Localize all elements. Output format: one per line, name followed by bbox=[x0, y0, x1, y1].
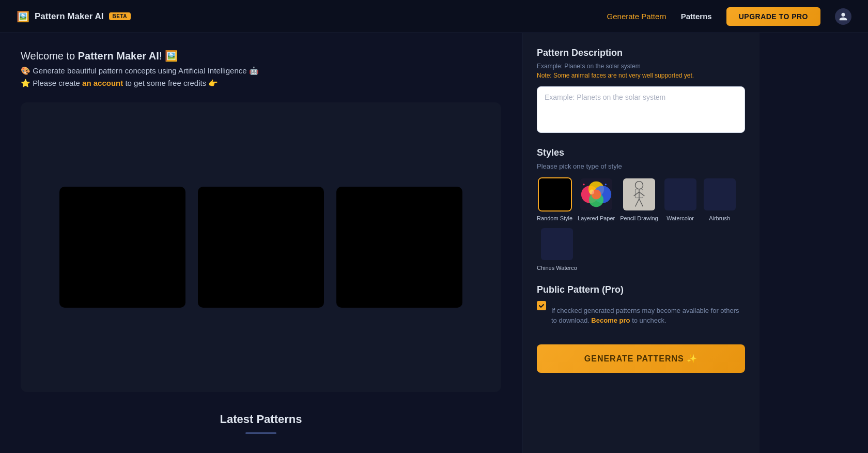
public-pattern-section: Public Pattern (Pro) If checked generate… bbox=[537, 284, 745, 326]
styles-subtitle: Please pick one type of style bbox=[537, 162, 745, 170]
account-suffix: to get some free credits 👉 bbox=[123, 79, 218, 87]
latest-section: Latest Patterns bbox=[21, 392, 501, 453]
account-prefix: ⭐ Please create bbox=[21, 79, 82, 87]
public-link-suffix: to uncheck. bbox=[632, 316, 667, 324]
pattern-preview-area bbox=[21, 102, 501, 392]
logo-title: Pattern Maker AI bbox=[35, 11, 104, 22]
patterns-link[interactable]: Patterns bbox=[681, 12, 712, 21]
welcome-prefix: Welcome to bbox=[21, 50, 78, 62]
style-thumb-pencil bbox=[622, 177, 656, 212]
style-label-chinese: Chines Waterco bbox=[537, 264, 577, 271]
welcome-title: Welcome to Pattern Maker AI! 🖼️ bbox=[21, 50, 501, 62]
chinese-watercolor-svg bbox=[541, 228, 573, 260]
checkmark-icon bbox=[538, 303, 545, 309]
style-item-pencil[interactable]: Pencil Drawing bbox=[620, 177, 658, 222]
svg-text:●: ● bbox=[583, 182, 585, 187]
style-item-chinese[interactable]: Chines Waterco bbox=[537, 227, 577, 271]
styles-title: Styles bbox=[537, 147, 745, 158]
styles-grid: Random Style ● bbox=[537, 177, 745, 272]
latest-divider bbox=[245, 432, 276, 434]
left-panel: Welcome to Pattern Maker AI! 🖼️ 🎨 Genera… bbox=[0, 33, 522, 453]
style-label-random: Random Style bbox=[537, 215, 572, 222]
description-input[interactable] bbox=[537, 86, 745, 133]
style-item-watercolor[interactable]: Watercolor bbox=[663, 177, 698, 222]
svg-rect-18 bbox=[704, 178, 736, 210]
style-item-random[interactable]: Random Style bbox=[537, 177, 572, 222]
style-thumb-random bbox=[538, 177, 572, 212]
style-label-pencil: Pencil Drawing bbox=[620, 215, 658, 222]
logo-emoji: 🖼️ bbox=[17, 10, 29, 23]
style-label-layered: Layered Paper bbox=[578, 215, 615, 222]
right-panel: Pattern Description Example: Planets on … bbox=[522, 33, 760, 453]
description-example: Example: Planets on the solar system bbox=[537, 63, 745, 70]
style-label-watercolor: Watercolor bbox=[667, 215, 694, 222]
svg-rect-19 bbox=[541, 228, 573, 260]
latest-title: Latest Patterns bbox=[31, 413, 491, 426]
upgrade-button[interactable]: UPGRADE TO PRO bbox=[726, 7, 820, 26]
logo-area: 🖼️ Pattern Maker AI BETA bbox=[17, 10, 131, 23]
become-pro-link[interactable]: Become pro bbox=[591, 316, 630, 324]
pattern-card-2 bbox=[198, 187, 324, 308]
svg-rect-17 bbox=[664, 178, 696, 210]
watercolor-svg bbox=[664, 178, 696, 210]
pencil-drawing-svg bbox=[623, 178, 655, 210]
style-thumb-layered: ● ● bbox=[579, 177, 613, 212]
svg-point-6 bbox=[590, 190, 594, 194]
welcome-suffix: ! 🖼️ bbox=[159, 50, 178, 62]
pattern-card-3 bbox=[336, 187, 462, 308]
layered-paper-svg: ● ● bbox=[580, 178, 612, 210]
style-thumb-watercolor bbox=[663, 177, 698, 212]
description-note: Note: Some animal faces are not very wel… bbox=[537, 72, 745, 79]
style-item-airbrush[interactable]: Airbrush bbox=[703, 177, 737, 222]
generate-button[interactable]: GENERATE PATTERNS ✨ bbox=[537, 344, 745, 373]
public-description: If checked generated patterns may become… bbox=[551, 306, 745, 326]
welcome-subtitle: 🎨 Generate beautiful pattern concepts us… bbox=[21, 66, 501, 76]
generate-pattern-link[interactable]: Generate Pattern bbox=[607, 12, 667, 21]
pattern-card-1 bbox=[59, 187, 185, 308]
welcome-account: ⭐ Please create an account to get some f… bbox=[21, 79, 501, 88]
styles-section: Styles Please pick one type of style Ran… bbox=[537, 147, 745, 272]
airbrush-svg bbox=[704, 178, 736, 210]
style-thumb-random-bg bbox=[539, 178, 571, 210]
public-checkbox-row: If checked generated patterns may become… bbox=[537, 300, 745, 326]
account-link[interactable]: an account bbox=[82, 79, 123, 87]
user-avatar[interactable] bbox=[835, 8, 851, 25]
style-label-airbrush: Airbrush bbox=[709, 215, 730, 222]
style-thumb-chinese bbox=[540, 227, 574, 261]
description-title: Pattern Description bbox=[537, 48, 745, 58]
header-nav: Generate Pattern Patterns UPGRADE TO PRO bbox=[607, 7, 851, 26]
welcome-bold: Pattern Maker AI bbox=[78, 50, 159, 62]
svg-text:●: ● bbox=[605, 182, 607, 187]
style-thumb-airbrush bbox=[703, 177, 737, 212]
public-checkbox[interactable] bbox=[537, 301, 546, 310]
beta-badge: BETA bbox=[109, 12, 131, 20]
public-title: Public Pattern (Pro) bbox=[537, 284, 745, 295]
main-container: Welcome to Pattern Maker AI! 🖼️ 🎨 Genera… bbox=[0, 33, 868, 453]
style-item-layered[interactable]: ● ● Layered Paper bbox=[578, 177, 615, 222]
welcome-section: Welcome to Pattern Maker AI! 🖼️ 🎨 Genera… bbox=[21, 50, 501, 88]
header: 🖼️ Pattern Maker AI BETA Generate Patter… bbox=[0, 0, 868, 33]
